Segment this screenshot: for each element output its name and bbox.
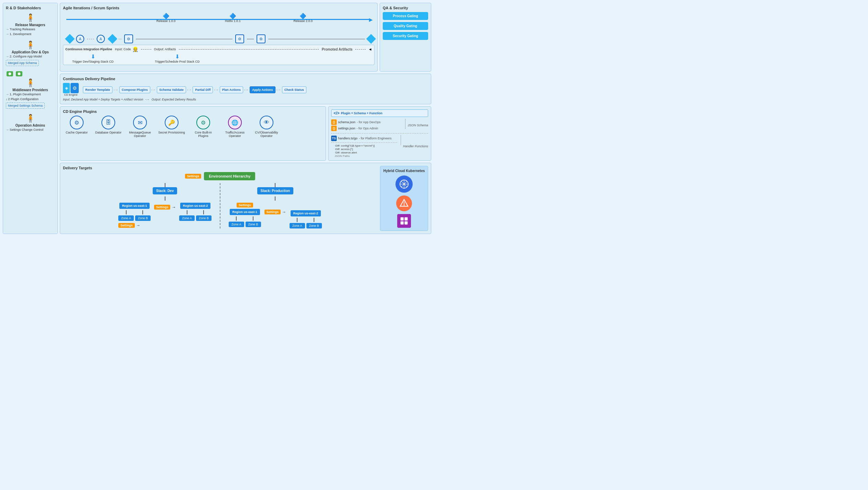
hybrid-title: Hybrid Cloud Kubernetes (383, 169, 425, 173)
json-schema-label: JSON Schema (408, 124, 428, 127)
svg-point-5 (403, 183, 405, 185)
dev-region-1[interactable]: Region us-east-1 (119, 203, 150, 209)
dev-r2-zone-b[interactable]: Zone B (196, 215, 211, 221)
json-icon-1: {} (331, 119, 337, 125)
secret-icon: 🔑 (165, 116, 178, 129)
cv-icon: 👁 (260, 116, 273, 129)
middle-row: CD Engine Plugins ⚙ Cache Operator 🗄 Dat… (60, 106, 431, 161)
istio-icon (396, 195, 412, 211)
plugin-mq: ✉ MessageQueue Operator (126, 116, 154, 138)
sprint-group-2: ⚙ (235, 34, 244, 43)
delivery-panel: Delivery Targets Settings Environment Hi… (60, 163, 431, 234)
settings-change-label: → Settings Change Control (6, 128, 43, 131)
dev-settings-badge[interactable]: Settings (154, 205, 171, 210)
prod-region-2[interactable]: Region us-east-2 (291, 210, 321, 216)
svg-rect-9 (404, 217, 408, 221)
dev-r1-zone-a[interactable]: Zone A (118, 215, 134, 221)
sprint-icon-2: A (97, 35, 105, 43)
qa-panel: QA & Security Process Gating Quality Gat… (380, 3, 431, 72)
mq-icon: ✉ (133, 116, 147, 129)
core-label: Core Built-in Plugins (189, 131, 217, 138)
svg-rect-10 (401, 221, 404, 224)
release-manager-label: Release Managers (6, 23, 55, 27)
process-gating-button[interactable]: Process Gating (383, 12, 428, 20)
cd-partial-diff: Partial Diff (193, 86, 213, 93)
prod-r2-zone-b[interactable]: Zone B (306, 223, 322, 228)
dev-bottom-settings[interactable]: Settings (118, 223, 135, 228)
ops-admin-group: 🧍 Operation Admins → Settings Change Con… (6, 113, 55, 132)
release-2-label: Release 2.0.0 (293, 19, 313, 23)
sprint-row: A A ⚙ ⚙ ⚙ (63, 34, 375, 43)
prod-settings-badge[interactable]: Settings (237, 203, 253, 207)
prod-stack-btn[interactable]: Stack: Production (257, 187, 294, 194)
dev-region-2[interactable]: Region us-east-2 (180, 203, 211, 209)
dev-connector-2 (165, 196, 165, 201)
sprint-diamond-3 (366, 34, 376, 44)
dev-r1-zone-b[interactable]: Zone B (135, 215, 151, 221)
ops-admin-icon: 🧍 (6, 114, 55, 123)
prod-settings-badge-2[interactable]: Settings (264, 210, 281, 214)
sprint-diamond-1 (65, 34, 75, 44)
prod-region-1[interactable]: Region us-east-1 (230, 209, 260, 215)
middleware-group: ⬢ ⬢ 🧍 Middleware Providers → 1. Plugin D… (6, 71, 55, 110)
main-container: R & D Stakeholders 🧍 Release Managers → … (0, 0, 434, 237)
plugins-grid: ⚙ Cache Operator 🗄 Database Operator ✉ M… (63, 116, 323, 138)
plugin-traffic: 🌐 Traffic/Access Operator (221, 116, 249, 138)
merged-app-schema-badge: Merged App Schema (6, 60, 39, 66)
plugin-badge-1: ⬢ (7, 71, 13, 76)
core-icon: ⚙ (196, 116, 210, 129)
middleware-icon: 🧍 (6, 78, 55, 87)
handlers-file: TS handlers.ts/go - for Platform Enginee… (331, 136, 397, 141)
delivery-title: Delivery Targets (63, 166, 377, 170)
dev-stack-btn[interactable]: Stack: Dev (153, 187, 177, 194)
cd-compose-plugins: Compose Plugins (119, 86, 150, 93)
left-panel-title: R & D Stakeholders (6, 6, 55, 10)
diff-item-1: ·Diff: config[?(@.type=="secret")] (335, 144, 397, 147)
app-dev-label: Application Dev & Ops (6, 50, 55, 54)
dev-r2-zone-a[interactable]: Zone A (179, 215, 195, 221)
k8s-icon (395, 175, 413, 193)
security-gating-button[interactable]: Security Gating (383, 32, 428, 40)
database-label: Database Operator (95, 131, 122, 134)
settings-json-file: {} settings.json - for Ops Admin (331, 126, 402, 131)
cd-check-status: Check Status (282, 86, 306, 93)
release-1-icon: 🔷 (163, 13, 170, 19)
cache-label: Cache Operator (66, 131, 88, 134)
down-arrow-2: ⬇ (175, 53, 180, 60)
dev-label: → 1. Development (6, 32, 31, 36)
tracking-releases-arrow: → Tracking Releases (6, 28, 35, 31)
release-1-label: Release 1.0.0 (156, 19, 176, 23)
merged-settings-badge: Merged Settings Schema (6, 103, 45, 109)
configure-label: → 2. Configure App Model (6, 55, 42, 58)
json-icon-2: {} (331, 126, 337, 131)
env-hierarchy-btn[interactable]: Environment Hierarchy (204, 172, 255, 180)
cd-input-output-label: Input: Declared App Model + Deploy Targe… (63, 98, 428, 101)
cd-apply-actions: Apply Actions (250, 86, 275, 93)
sprint-icon-1: A (76, 35, 84, 43)
release-managers-group: 🧍 Release Managers → Tracking Releases →… (6, 13, 55, 36)
trigger-prod-label: Trigger/Schedule Prod Stack CD (155, 60, 199, 63)
timeline-bar (66, 19, 371, 20)
plugins-panel: CD Engine Plugins ⚙ Cache Operator 🗄 Dat… (60, 106, 326, 161)
delivery-main: Delivery Targets Settings Environment Hi… (63, 166, 377, 231)
database-icon: 🗄 (101, 116, 115, 129)
right-area: Agile Iterations / Scrum Sprints ▶ 🔷 Rel… (60, 3, 431, 234)
cluster-icon (397, 214, 411, 228)
prod-r1-zone-b[interactable]: Zone B (246, 222, 261, 227)
schema-panel: </> Plugin = Schema + Function {} schema… (328, 106, 431, 161)
plugin-dev-label: → 1. Plugin Development (6, 93, 41, 96)
prod-r2-zone-a[interactable]: Zone A (290, 223, 305, 228)
quality-gating-button[interactable]: Quality Gating (383, 22, 428, 30)
mq-label: MessageQueue Operator (126, 131, 154, 138)
timeline-arrow: ▶ (369, 17, 373, 22)
app-dev-ops-group: 🧍 Application Dev & Ops → 2. Configure A… (6, 40, 55, 67)
prod-connector-2 (275, 196, 275, 201)
schema-function-label: </> Plugin = Schema + Function (331, 109, 428, 117)
code-icon: </> (334, 111, 339, 116)
cd-flow: Render Template -→ Compose Plugins -→ Sc… (83, 86, 306, 93)
sprint-group-3: ⚙ (257, 34, 265, 43)
top-settings-badge[interactable]: Settings (185, 174, 202, 179)
prod-r1-zone-a[interactable]: Zone A (229, 222, 244, 227)
plugin-secret: 🔑 Secret Provisioning (158, 116, 185, 138)
jenkins-icon: 👷 (132, 46, 138, 52)
